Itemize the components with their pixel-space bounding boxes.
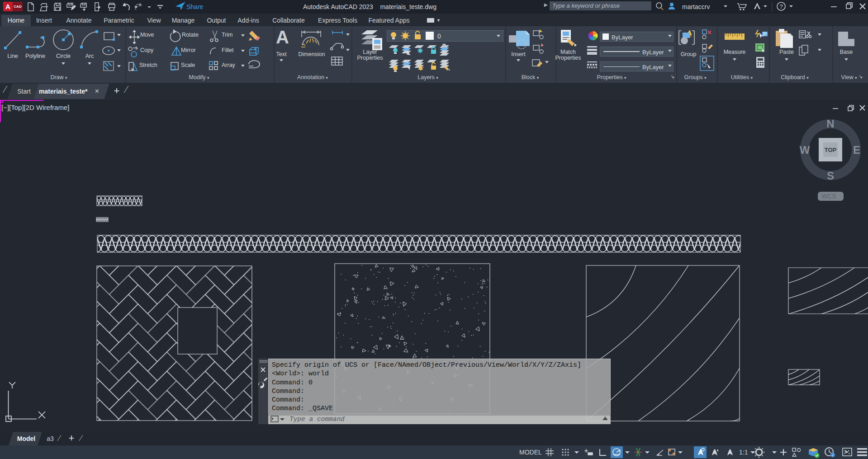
svg-text:S: S xyxy=(827,170,834,182)
svg-text:E: E xyxy=(853,144,860,156)
svg-text:WCS: WCS xyxy=(821,193,836,200)
svg-text:TOP: TOP xyxy=(825,147,837,153)
svg-text:?: ? xyxy=(779,3,783,10)
svg-text:i: i xyxy=(832,453,833,457)
svg-text:0: 0 xyxy=(437,33,441,40)
svg-text:W: W xyxy=(800,144,810,156)
svg-text:1:1: 1:1 xyxy=(739,449,748,456)
svg-text:N: N xyxy=(826,118,834,130)
